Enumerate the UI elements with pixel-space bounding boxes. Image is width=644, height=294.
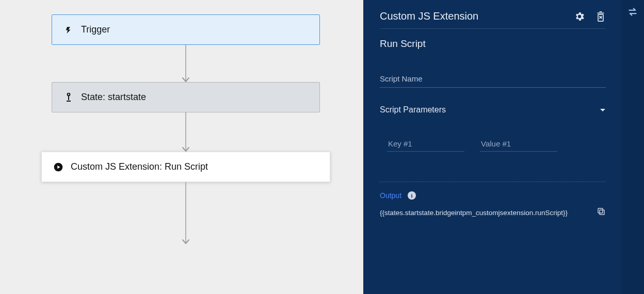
flow-node-label: Custom JS Extension: Run Script xyxy=(71,161,208,172)
properties-panel: Custom JS Extension Run Script Script Na… xyxy=(363,0,621,294)
script-name-input[interactable] xyxy=(380,87,606,88)
svg-point-0 xyxy=(68,93,70,95)
flow-connector xyxy=(185,45,186,82)
parameter-row xyxy=(380,137,606,152)
swap-icon[interactable] xyxy=(627,7,638,19)
parameter-key-input[interactable] xyxy=(387,137,464,152)
flow-connector xyxy=(185,112,186,152)
state-icon xyxy=(63,92,74,103)
flow-node-state[interactable]: State: startstate xyxy=(52,82,320,112)
svg-rect-6 xyxy=(598,208,603,213)
flow-node-action[interactable]: Custom JS Extension: Run Script xyxy=(41,152,330,182)
output-header: Output i xyxy=(380,191,606,200)
info-icon[interactable]: i xyxy=(408,191,416,200)
flow-column: Trigger State: startstate Custom xyxy=(41,14,330,244)
section-divider xyxy=(380,182,606,182)
arrow-down-icon xyxy=(182,147,189,152)
flow-canvas[interactable]: Trigger State: startstate Custom xyxy=(0,0,363,294)
panel-subtitle: Run Script xyxy=(380,29,606,54)
delete-icon[interactable] xyxy=(595,11,606,22)
bolt-icon xyxy=(63,25,74,35)
caret-down-icon xyxy=(600,105,606,115)
script-parameters-label: Script Parameters xyxy=(380,105,446,115)
play-icon xyxy=(53,162,63,172)
output-label: Output xyxy=(380,191,401,200)
right-rail xyxy=(621,0,644,294)
flow-connector xyxy=(185,182,186,244)
arrow-down-icon xyxy=(182,239,189,244)
panel-header: Custom JS Extension xyxy=(380,10,606,29)
output-expression-row: {{states.startstate.bridgeintpm_customjs… xyxy=(380,207,606,218)
parameter-value-input[interactable] xyxy=(480,137,557,152)
gear-icon[interactable] xyxy=(574,11,585,22)
script-parameters-toggle[interactable]: Script Parameters xyxy=(380,105,606,115)
flow-node-label: Trigger xyxy=(81,24,110,35)
svg-rect-5 xyxy=(600,210,604,215)
script-name-label: Script Name xyxy=(380,74,606,83)
panel-title: Custom JS Extension xyxy=(380,10,564,22)
flow-node-trigger[interactable]: Trigger xyxy=(52,14,320,45)
copy-icon[interactable] xyxy=(597,207,606,218)
arrow-down-icon xyxy=(182,77,189,83)
output-expression: {{states.startstate.bridgeintpm_customjs… xyxy=(380,209,591,217)
flow-node-label: State: startstate xyxy=(81,92,146,103)
